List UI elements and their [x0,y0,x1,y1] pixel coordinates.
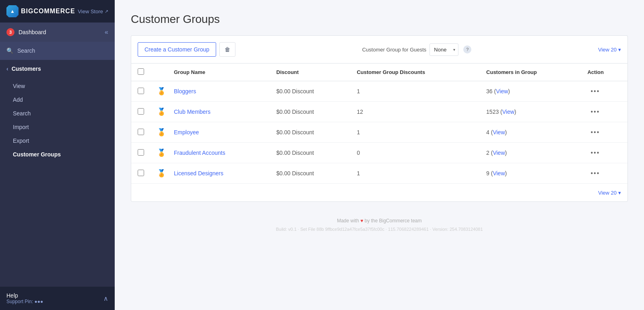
external-link-icon: ↗ [105,9,108,14]
guest-group-select-wrapper: None ▾ [429,43,458,56]
view-20-bottom-button[interactable]: View 20 ▾ [598,190,621,196]
col-customer-group-discounts: Customer Group Discounts [350,64,480,81]
row-group-name: Employee [167,122,270,143]
group-name-link[interactable]: Bloggers [174,88,196,94]
sidebar-item-customer-groups[interactable]: Customer Groups [0,148,115,161]
collapse-sidebar-button[interactable]: ∧ [103,295,108,302]
sidebar: ▲ BIGCOMMERCE View Store ↗ 3 Dashboard «… [0,0,115,310]
logo-text: BIGCOMMERCE [21,8,75,15]
row-icon-cell: 🏅 [151,163,167,184]
table-row: 🏅 Licensed Designers $0.00 Discount 1 9 … [131,163,627,184]
action-menu-button[interactable]: ••• [587,148,603,158]
table-row: 🏅 Fraudulent Accounts $0.00 Discount 0 2… [131,143,627,163]
row-checkbox[interactable] [138,88,144,94]
group-name-link[interactable]: Club Members [174,109,211,115]
main-content: Customer Groups Create a Customer Group … [115,0,644,310]
row-checkbox[interactable] [138,129,144,135]
page-footer: Made with ♥ by the BigCommerce team Buil… [131,218,628,232]
row-checkbox-cell [131,163,151,184]
sidebar-item-export[interactable]: Export [0,134,115,148]
row-customers-in-group: 36 (View) [480,81,581,102]
sidebar-header: ▲ BIGCOMMERCE View Store ↗ [0,0,115,23]
group-name-link[interactable]: Licensed Designers [174,170,223,177]
row-action: ••• [581,143,627,163]
sidebar-nav: 3 Dashboard « 🔍 Search ‹ Customers View … [0,23,115,287]
action-menu-button[interactable]: ••• [587,127,603,137]
row-action: ••• [581,163,627,184]
col-discount: Discount [270,64,351,81]
col-group-name: Group Name [167,64,270,81]
help-icon[interactable]: ? [463,45,471,53]
row-group-discounts: 12 [350,102,480,122]
sidebar-item-view[interactable]: View [0,79,115,93]
search-icon: 🔍 [6,47,13,54]
row-action: ••• [581,122,627,143]
sidebar-item-dashboard[interactable]: 3 Dashboard « [0,23,115,42]
view-customers-link[interactable]: View [493,170,505,177]
group-icon: 🏅 [157,87,166,95]
row-group-name: Licensed Designers [167,163,270,184]
row-discount: $0.00 Discount [270,122,351,143]
version-info: Build: v0.1 · Set File 88b 9ffbce9d12a47… [131,227,628,232]
col-action: Action [581,64,627,81]
guest-group-select[interactable]: None [429,43,458,56]
row-checkbox-cell [131,122,151,143]
collapse-arrows-icon: « [105,29,108,36]
chevron-down-bottom-icon: ▾ [618,190,621,196]
view-customers-link[interactable]: View [493,129,505,135]
delete-button[interactable]: 🗑 [219,42,235,57]
row-group-discounts: 1 [350,122,480,143]
row-icon-cell: 🏅 [151,102,167,122]
sidebar-footer: Help Support Pin: ●●● ∧ [0,287,115,310]
sidebar-item-search[interactable]: Search [0,107,115,120]
row-customers-in-group: 9 (View) [480,163,581,184]
row-icon-cell: 🏅 [151,81,167,102]
row-group-name: Fraudulent Accounts [167,143,270,163]
row-checkbox-cell [131,81,151,102]
view-store-link[interactable]: View Store ↗ [78,8,108,14]
sidebar-item-add[interactable]: Add [0,93,115,107]
view-20-button[interactable]: View 20 ▾ [598,47,621,53]
row-checkbox-cell [131,143,151,163]
row-checkbox[interactable] [138,149,144,156]
view-customers-link[interactable]: View [496,88,508,94]
group-icon: 🏅 [157,108,166,116]
row-discount: $0.00 Discount [270,143,351,163]
sidebar-item-import[interactable]: Import [0,120,115,134]
row-checkbox[interactable] [138,108,144,115]
row-checkbox[interactable] [138,170,144,176]
group-icon: 🏅 [157,169,166,177]
logo-icon: ▲ [6,5,19,17]
row-discount: $0.00 Discount [270,163,351,184]
group-name-link[interactable]: Fraudulent Accounts [174,150,225,156]
action-menu-button[interactable]: ••• [587,168,603,178]
action-menu-button[interactable]: ••• [587,107,603,117]
select-all-checkbox[interactable] [138,68,144,75]
table-row: 🏅 Bloggers $0.00 Discount 1 36 (View) ••… [131,81,627,102]
group-icon: 🏅 [157,149,166,157]
row-customers-in-group: 4 (View) [480,122,581,143]
sidebar-item-search[interactable]: 🔍 Search [0,42,115,60]
table-row: 🏅 Club Members $0.00 Discount 12 1523 (V… [131,102,627,122]
customer-groups-table: Group Name Discount Customer Group Disco… [131,63,628,202]
view-customers-link[interactable]: View [493,150,505,156]
action-menu-button[interactable]: ••• [587,86,603,96]
dashboard-badge: 3 [6,28,14,36]
row-group-discounts: 0 [350,143,480,163]
nav-arrow-icon: ‹ [6,66,8,72]
view-customers-link[interactable]: View [502,109,514,115]
support-pin: Support Pin: ●●● [6,299,43,304]
table-footer: View 20 ▾ [131,183,627,201]
row-group-discounts: 1 [350,163,480,184]
row-group-name: Bloggers [167,81,270,102]
heart-icon: ♥ [360,218,364,224]
group-name-link[interactable]: Employee [174,129,199,135]
customers-subnav: View Add Search Import Export Customer G… [0,78,115,163]
row-action: ••• [581,81,627,102]
create-customer-group-button[interactable]: Create a Customer Group [138,42,216,57]
trash-icon: 🗑 [225,46,230,53]
row-customers-in-group: 1523 (View) [480,102,581,122]
col-icon [151,64,167,81]
logo: ▲ BIGCOMMERCE [6,5,75,17]
sidebar-item-customers[interactable]: ‹ Customers [0,60,115,78]
